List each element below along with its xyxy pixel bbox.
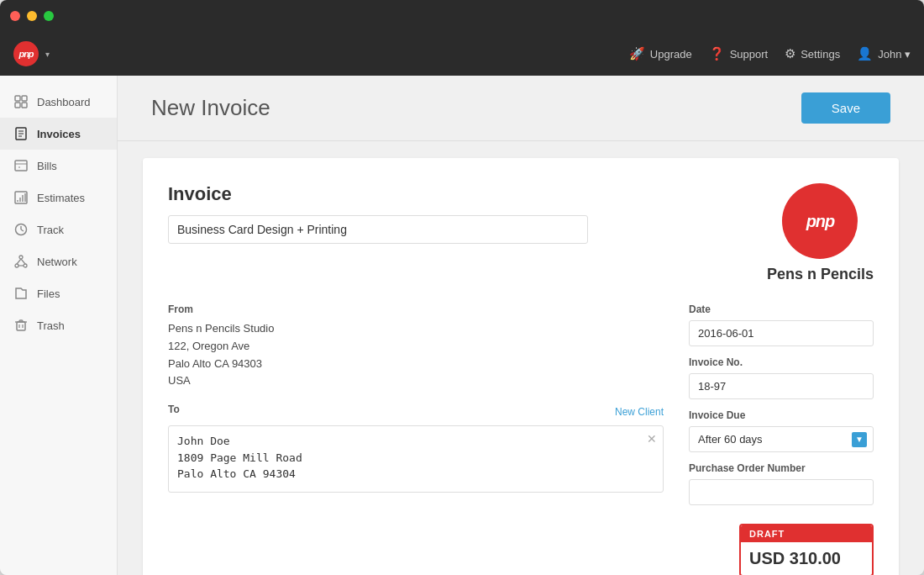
rocket-icon: 🚀	[629, 46, 645, 61]
question-icon: ❓	[709, 46, 725, 61]
svg-line-23	[21, 259, 25, 264]
track-label: Track	[37, 224, 64, 236]
estimates-icon	[13, 190, 29, 205]
svg-rect-3	[22, 103, 27, 108]
bills-icon	[13, 158, 29, 173]
upgrade-nav-item[interactable]: 🚀 Upgrade	[629, 46, 692, 61]
content-area: New Invoice Save Invoice pnp Pens n Penc…	[118, 76, 924, 575]
bills-label: Bills	[37, 160, 57, 172]
logo-circle: pnp	[13, 41, 39, 66]
app-window: pnp ▾ 🚀 Upgrade ❓ Support ⚙ Settings 👤 J…	[0, 0, 924, 575]
sidebar-item-dashboard[interactable]: Dashboard	[0, 86, 117, 118]
user-nav-item[interactable]: 👤 John ▾	[857, 46, 911, 61]
invoices-label: Invoices	[37, 128, 81, 140]
sidebar-item-trash[interactable]: Trash	[0, 309, 117, 341]
dashboard-icon	[13, 94, 29, 109]
support-nav-item[interactable]: ❓ Support	[709, 46, 769, 61]
draft-amount: USD 310.00	[741, 542, 872, 575]
new-client-link[interactable]: New Client	[615, 406, 664, 418]
svg-point-19	[19, 256, 23, 259]
app-logo[interactable]: pnp ▾	[13, 41, 50, 66]
draft-box: DRAFT USD 310.00	[739, 524, 874, 575]
invoices-icon	[13, 126, 29, 141]
invoice-top: Invoice pnp Pens n Pencils	[168, 183, 874, 283]
svg-line-18	[21, 229, 24, 231]
po-number-label: Purchase Order Number	[689, 462, 874, 474]
invoice-due-field: Invoice Due After 30 days After 60 days …	[689, 409, 874, 452]
to-label: To	[168, 404, 180, 415]
po-number-field: Purchase Order Number	[689, 462, 874, 505]
nav-right: 🚀 Upgrade ❓ Support ⚙ Settings 👤 John ▾	[629, 46, 911, 61]
company-logo-text: pnp	[806, 212, 835, 231]
from-line2: 122, Oregon Ave	[168, 338, 664, 356]
draft-section: DRAFT USD 310.00	[689, 515, 874, 575]
settings-nav-item[interactable]: ⚙ Settings	[785, 46, 840, 61]
from-line4: USA	[168, 372, 664, 390]
invoice-due-select[interactable]: After 30 days After 60 days After 90 day…	[689, 426, 874, 452]
invoice-right: pnp Pens n Pencils	[767, 183, 874, 283]
title-bar	[0, 0, 924, 32]
dashboard-label: Dashboard	[37, 96, 91, 108]
form-fields-row: From Pens n Pencils Studio 122, Oregon A…	[168, 303, 874, 575]
right-fields-col: Date Invoice No. Invoice Due After 30 da	[689, 303, 874, 575]
sidebar-item-bills[interactable]: Bills	[0, 150, 117, 182]
track-icon	[13, 222, 29, 237]
invoice-heading: Invoice	[168, 183, 767, 205]
logo-text: pnp	[18, 49, 33, 59]
invoice-due-select-wrap: After 30 days After 60 days After 90 day…	[689, 426, 874, 452]
draft-label: DRAFT	[741, 525, 872, 542]
svg-rect-25	[17, 322, 25, 330]
close-button[interactable]	[10, 11, 20, 21]
invoice-name-input[interactable]	[168, 215, 588, 244]
sidebar: Dashboard Invoices Bills Estimates	[0, 76, 118, 575]
date-input[interactable]	[689, 320, 874, 346]
from-label: From	[168, 303, 664, 315]
svg-rect-8	[15, 161, 27, 171]
svg-rect-2	[15, 103, 20, 108]
svg-point-20	[15, 264, 18, 267]
sidebar-item-files[interactable]: Files	[0, 277, 117, 309]
clear-to-button[interactable]: ✕	[647, 432, 657, 446]
trash-label: Trash	[37, 319, 65, 332]
from-line1: Pens n Pencils Studio	[168, 320, 664, 338]
sidebar-item-network[interactable]: Network	[0, 245, 117, 277]
svg-point-21	[24, 264, 27, 267]
files-label: Files	[37, 288, 60, 300]
page-header: New Invoice Save	[118, 76, 924, 141]
logo-chevron: ▾	[45, 50, 50, 59]
estimates-label: Estimates	[37, 192, 85, 204]
user-icon: 👤	[857, 46, 873, 61]
sidebar-item-estimates[interactable]: Estimates	[0, 182, 117, 214]
page-title: New Invoice	[151, 95, 270, 121]
sidebar-item-track[interactable]: Track	[0, 214, 117, 245]
trash-icon	[13, 318, 29, 333]
to-label-row: To New Client	[168, 404, 664, 420]
company-logo: pnp	[782, 183, 858, 259]
minimize-button[interactable]	[27, 11, 37, 21]
files-icon	[13, 286, 29, 301]
to-section: To New Client John Doe 1809 Page Mill Ro…	[168, 404, 664, 496]
main-layout: Dashboard Invoices Bills Estimates	[0, 76, 924, 575]
save-button[interactable]: Save	[801, 92, 890, 124]
invoice-no-label: Invoice No.	[689, 356, 874, 368]
svg-line-22	[17, 259, 21, 264]
from-line3: Palo Alto CA 94303	[168, 356, 664, 373]
upgrade-label: Upgrade	[650, 48, 692, 61]
invoice-no-field: Invoice No.	[689, 356, 874, 399]
date-field: Date	[689, 303, 874, 346]
to-textarea[interactable]: John Doe 1809 Page Mill Road Palo Alto C…	[168, 425, 664, 493]
company-name: Pens n Pencils	[767, 266, 874, 283]
invoice-no-input[interactable]	[689, 373, 874, 399]
gear-icon: ⚙	[785, 46, 795, 61]
from-value: Pens n Pencils Studio 122, Oregon Ave Pa…	[168, 320, 664, 390]
top-nav: pnp ▾ 🚀 Upgrade ❓ Support ⚙ Settings 👤 J…	[0, 32, 924, 76]
invoice-due-label: Invoice Due	[689, 409, 874, 421]
from-to-col: From Pens n Pencils Studio 122, Oregon A…	[168, 303, 664, 575]
network-label: Network	[37, 256, 77, 268]
maximize-button[interactable]	[44, 11, 54, 21]
po-number-input[interactable]	[689, 479, 874, 505]
user-label: John ▾	[878, 48, 911, 61]
invoice-left: Invoice	[168, 183, 767, 244]
network-icon	[13, 254, 29, 269]
sidebar-item-invoices[interactable]: Invoices	[0, 118, 117, 150]
